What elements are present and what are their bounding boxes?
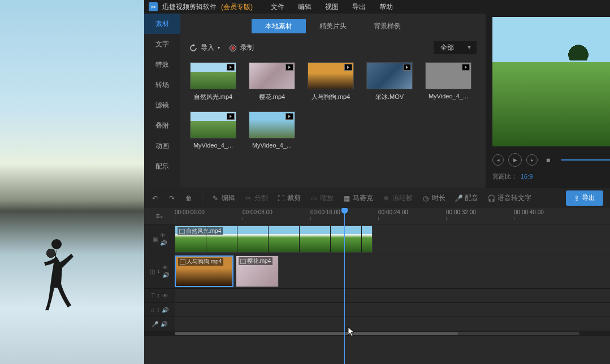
track-head[interactable]: ▣ 👁🔊 — [144, 224, 175, 254]
track-content[interactable]: 自然风光.mp4 — [175, 224, 610, 254]
track-content[interactable] — [175, 289, 610, 302]
record-label: 录制 — [240, 43, 254, 53]
tab-background-samples[interactable]: 背景样例 — [360, 19, 414, 33]
split-button[interactable]: ✂分割 — [244, 193, 268, 203]
media-item[interactable]: 人与狗狗.mp4 — [307, 62, 354, 101]
undo-button[interactable]: ↶ — [151, 194, 159, 202]
track-content[interactable]: 人与狗狗.mp4 樱花.mp4 — [175, 254, 610, 288]
track-head[interactable]: ♫1🔊 — [144, 303, 175, 317]
video-track-icon: ▣ — [153, 236, 158, 242]
stop-button[interactable]: ◼ — [542, 154, 553, 166]
media-item[interactable]: MyVideo_4_... — [189, 111, 237, 149]
speaker-icon[interactable]: 🔊 — [162, 272, 169, 278]
track-content[interactable] — [175, 303, 610, 317]
mic-icon: 🎤 — [455, 194, 462, 202]
eye-icon[interactable]: 👁 — [162, 265, 169, 271]
ruler-tick: 00:00:32.00 — [446, 209, 476, 215]
add-track-button[interactable]: ≡₊ — [144, 208, 175, 224]
delete-button[interactable]: 🗑 — [185, 194, 193, 202]
scissors-icon: ✂ — [244, 194, 252, 202]
media-name: MyVideo_4_... — [429, 93, 468, 99]
media-item[interactable]: MyVideo_4_... — [425, 62, 472, 101]
sidebar-item-transition[interactable]: 转场 — [144, 75, 180, 95]
timeline-clip[interactable]: 自然风光.mp4 — [175, 226, 373, 253]
zoom-button[interactable]: ▭缩放 — [310, 193, 334, 203]
duration-button[interactable]: ◷时长 — [422, 193, 445, 203]
ruler-tick: 00:00:24.00 — [378, 209, 408, 215]
clock-icon: ◷ — [422, 194, 430, 202]
media-item[interactable]: MyVideo_4_... — [248, 111, 296, 149]
export-icon: ⇪ — [574, 194, 579, 202]
media-name: MyVideo_4_... — [193, 142, 233, 149]
media-thumb — [425, 62, 471, 89]
menu-help[interactable]: 帮助 — [379, 2, 393, 12]
media-grid: 自然风光.mp4 樱花.mp4 人与狗狗.mp4 采冰.MOV MyVideo_… — [189, 62, 477, 149]
sidebar-item-filter[interactable]: 滤镜 — [144, 95, 180, 115]
preview-panel: ◂ ▶ ▸ ◼ 宽高比：16:9 — [486, 14, 610, 188]
ruler-tick: 00:00:08.00 — [243, 209, 272, 215]
scrollbar-thumb[interactable] — [175, 332, 458, 335]
clip-label: 自然风光.mp4 — [178, 227, 223, 235]
export-button[interactable]: ⇪导出 — [566, 190, 603, 206]
aspect-value[interactable]: 16:9 — [521, 173, 533, 180]
play-button[interactable]: ▶ — [508, 153, 522, 167]
app-version: (会员专版) — [221, 2, 253, 12]
crop-button[interactable]: ⛶裁剪 — [277, 193, 301, 203]
sidebar-item-media[interactable]: 素材 — [144, 14, 180, 34]
preview-progress[interactable] — [561, 159, 610, 161]
media-item[interactable]: 樱花.mp4 — [248, 62, 296, 101]
track-head[interactable]: 🎤🔊 — [144, 317, 175, 331]
edit-button[interactable]: ✎编辑 — [211, 193, 235, 203]
menu-edit[interactable]: 编辑 — [298, 2, 312, 12]
media-name: 自然风光.mp4 — [194, 93, 232, 101]
speaker-icon[interactable]: 🔊 — [162, 307, 168, 313]
sidebar-item-text[interactable]: 文字 — [144, 34, 180, 54]
video-badge-icon — [227, 113, 235, 120]
sidebar-item-music[interactable]: 配乐 — [144, 156, 180, 176]
media-panel: 本地素材 精美片头 背景样例 导入 ▾ 录制 全部 自然风光.m — [180, 14, 486, 188]
eye-icon[interactable]: 👁 — [162, 293, 168, 299]
clip-label: 樱花.mp4 — [239, 257, 272, 265]
track-content[interactable] — [175, 317, 610, 331]
sidebar-item-overlay[interactable]: 叠附 — [144, 115, 180, 136]
sidebar-item-effects[interactable]: 特效 — [144, 54, 180, 75]
media-item[interactable]: 自然风光.mp4 — [189, 62, 237, 101]
import-button[interactable]: 导入 ▾ — [189, 43, 220, 53]
video-badge-icon — [462, 64, 470, 71]
dub-button[interactable]: 🎤配音 — [455, 193, 478, 203]
menu-view[interactable]: 视图 — [325, 2, 339, 12]
speaker-icon[interactable]: 🔊 — [160, 240, 167, 246]
app-name: 迅捷视频剪辑软件 — [162, 2, 217, 12]
media-thumb — [308, 62, 354, 89]
speaker-icon[interactable]: 🔊 — [161, 321, 167, 327]
menu-export[interactable]: 导出 — [352, 2, 366, 12]
trash-icon: 🗑 — [185, 194, 193, 202]
mosaic-button[interactable]: ▦马赛克 — [343, 193, 373, 203]
track-head[interactable]: ◫1 👁🔊 — [144, 254, 175, 288]
timeline-clip[interactable]: 樱花.mp4 — [236, 255, 279, 287]
tab-intro-templates[interactable]: 精美片头 — [306, 19, 360, 33]
redo-button[interactable]: ↷ — [168, 194, 176, 202]
filter-select[interactable]: 全部 — [434, 41, 477, 54]
media-tabs: 本地素材 精美片头 背景样例 — [189, 19, 477, 33]
timeline-clip[interactable]: 人与狗狗.mp4 — [175, 255, 233, 287]
media-thumb — [366, 62, 413, 89]
freeze-button[interactable]: ❄冻结帧 — [382, 193, 413, 203]
timeline-ruler[interactable]: 00:00:00.00 00:00:08.00 00:00:16.00 00:0… — [175, 208, 610, 224]
media-item[interactable]: 采冰.MOV — [366, 62, 413, 101]
menu-file[interactable]: 文件 — [271, 2, 284, 12]
record-button[interactable]: 录制 — [229, 43, 254, 53]
preview-viewport[interactable] — [492, 17, 610, 146]
playhead[interactable] — [344, 208, 345, 364]
sidebar-item-animation[interactable]: 动画 — [144, 136, 180, 156]
next-frame-button[interactable]: ▸ — [526, 154, 538, 166]
speech-to-text-button[interactable]: 🎧语音转文字 — [487, 193, 531, 203]
app-logo-icon: ✂ — [149, 2, 158, 11]
video-editor-window: ✂ 迅捷视频剪辑软件 (会员专版) 文件 编辑 视图 导出 帮助 素材 文字 特… — [144, 0, 610, 364]
prev-frame-button[interactable]: ◂ — [492, 154, 504, 166]
timeline-scrollbar[interactable] — [144, 331, 610, 336]
track-head[interactable]: T1👁 — [144, 289, 175, 302]
snowflake-icon: ❄ — [382, 194, 390, 202]
eye-icon[interactable]: 👁 — [160, 232, 167, 239]
tab-local-media[interactable]: 本地素材 — [252, 19, 306, 33]
